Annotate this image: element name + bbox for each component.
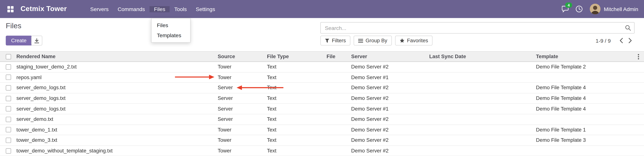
filters-button[interactable]: Filters [320,36,350,46]
pager-previous-button[interactable] [616,36,626,46]
app-window: Cetmix Tower Servers Commands Files Tool… [0,0,644,156]
row-checkbox[interactable] [6,148,11,153]
group-by-icon [358,38,363,43]
cell-file [326,114,351,125]
page-title: Files [6,22,22,30]
row-checkbox[interactable] [6,138,11,143]
cell-file [326,104,351,114]
cell-file [326,83,351,93]
column-header-last-sync-date[interactable]: Last Sync Date [429,51,536,62]
cell-source: Tower [218,72,267,83]
cell-server: Demo Server #2 [351,146,429,156]
export-button[interactable] [31,36,42,46]
cell-rendered-name: tower_demo_without_template_staging.txt [16,146,218,156]
cell-server: Demo Server #2 [351,114,429,125]
nav-item-files[interactable]: Files [150,6,170,12]
nav-item-settings[interactable]: Settings [191,6,220,12]
cell-source: Tower [218,62,267,72]
favorites-label: Favorites [407,38,428,43]
row-checkbox[interactable] [6,64,11,69]
optional-columns-toggle[interactable] [635,53,641,60]
cell-server: Demo Server #2 [351,135,429,146]
cell-last-sync-date [429,146,536,156]
column-header-rendered-name[interactable]: Rendered Name [16,51,218,62]
cell-file-type: Text [267,104,327,114]
column-header-source[interactable]: Source [218,51,267,62]
cell-file-type: Text [267,135,327,146]
cell-source: Server [218,114,267,125]
messages-button[interactable]: 4 [560,0,572,18]
column-header-template[interactable]: Template [536,51,644,62]
cell-last-sync-date [429,83,536,93]
row-checkbox[interactable] [6,75,11,80]
create-button[interactable]: Create [6,36,32,46]
cell-last-sync-date [429,104,536,114]
files-table: Rendered Name Source File Type File Serv… [0,51,644,156]
clock-icon [576,5,583,12]
table-row[interactable]: tower_demo_3.txt Tower Text Demo Server … [0,135,644,146]
nav-item-tools[interactable]: Tools [170,6,191,12]
select-all-checkbox[interactable] [6,54,11,59]
nav-item-servers[interactable]: Servers [86,6,113,12]
table-row[interactable]: server_demo_logs.txt Server Text Demo Se… [0,104,644,114]
chevron-right-icon [628,38,632,43]
search-bar [320,22,634,33]
table-row[interactable]: repos.yaml Tower Text Demo Server #1 [0,72,644,83]
cell-template [536,72,644,83]
cell-server: Demo Server #1 [351,72,429,83]
cell-rendered-name: server_demo_logs.txt [16,104,218,114]
row-checkbox[interactable] [6,117,11,122]
cell-source: Server [218,83,267,93]
table-header-row: Rendered Name Source File Type File Serv… [0,51,644,62]
cell-file [326,93,351,104]
dropdown-item-files[interactable]: Files [152,20,190,30]
grid-icon [7,6,14,12]
cell-source: Tower [218,135,267,146]
cell-server: Demo Server #2 [351,83,429,93]
files-dropdown-menu: Files Templates [151,18,190,42]
table-row[interactable]: server_demo_logs.txt Server Text Demo Se… [0,83,644,93]
cell-server: Demo Server #2 [351,62,429,72]
cell-last-sync-date [429,72,536,83]
table-row[interactable]: server_demo_logs.txt Server Text Demo Se… [0,93,644,104]
apps-menu-icon[interactable] [4,0,16,18]
search-input[interactable] [321,25,622,31]
column-header-server[interactable]: Server [351,51,429,62]
cell-file [326,135,351,146]
chevron-left-icon [619,38,623,43]
pager-range: 1-9 / 9 [596,37,611,44]
cell-file [326,72,351,83]
activity-button[interactable] [572,0,586,18]
row-checkbox[interactable] [6,106,11,111]
pager-next-button[interactable] [626,36,634,46]
favorites-button[interactable]: Favorites [395,36,433,46]
column-header-file[interactable]: File [326,51,351,62]
cell-template [536,114,644,125]
table-row[interactable]: staging_tower_demo_2.txt Tower Text Demo… [0,62,644,72]
cell-template: Demo File Template 2 [536,62,644,72]
main-menu: Servers Commands Files Tools Settings [86,6,220,12]
column-header-file-type[interactable]: File Type [267,51,327,62]
brand-title[interactable]: Cetmix Tower [21,5,67,13]
row-checkbox[interactable] [6,85,11,90]
search-button[interactable] [622,25,634,31]
cell-template: Demo File Template 4 [536,93,644,104]
cell-template: Demo File Template 1 [536,125,644,135]
table-row[interactable]: tower_demo_without_template_staging.txt … [0,146,644,156]
cell-last-sync-date [429,114,536,125]
table-row[interactable]: tower_demo_1.txt Tower Text Demo Server … [0,125,644,135]
nav-item-commands[interactable]: Commands [113,6,150,12]
dropdown-item-templates[interactable]: Templates [152,30,190,41]
row-checkbox[interactable] [6,96,11,101]
cell-source: Tower [218,125,267,135]
navbar-left: Cetmix Tower Servers Commands Files Tool… [0,0,220,18]
row-checkbox[interactable] [6,127,11,132]
cell-source: Server [218,104,267,114]
top-navbar: Cetmix Tower Servers Commands Files Tool… [0,0,644,18]
user-menu[interactable]: Mitchell Admin [604,6,638,12]
control-panel: Files Create Filters [0,18,644,51]
group-by-button[interactable]: Group By [354,36,392,46]
table-row[interactable]: server_demo.txt Server Text Demo Server … [0,114,644,125]
cell-file-type: Text [267,125,327,135]
avatar[interactable] [590,4,600,14]
